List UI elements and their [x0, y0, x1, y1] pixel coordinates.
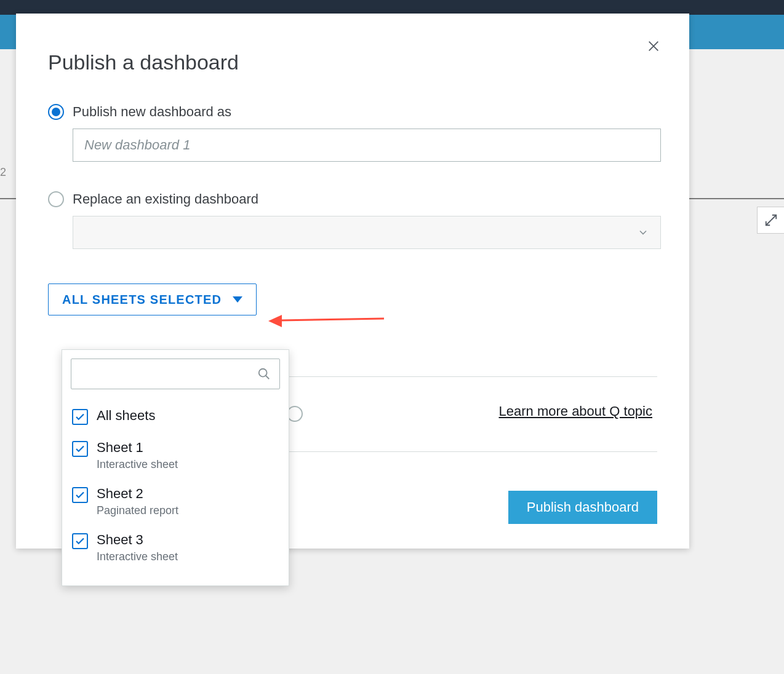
search-icon [257, 367, 271, 381]
radio-publish-new-label: Publish new dashboard as [73, 104, 231, 120]
app-topbar [0, 0, 784, 15]
sheets-dropdown-panel: All sheets Sheet 1 Interactive sheet She… [62, 349, 289, 586]
replace-block: Replace an existing dashboard [48, 191, 657, 249]
sheets-all-option[interactable]: All sheets [71, 400, 280, 432]
learn-more-q-topic-link[interactable]: Learn more about Q topic [499, 403, 652, 419]
checkbox-sheet-2[interactable] [72, 487, 88, 503]
modal-title: Publish a dashboard [48, 50, 657, 74]
sheets-selected-label: ALL SHEETS SELECTED [62, 293, 222, 307]
sheets-search-input[interactable] [71, 359, 280, 389]
sheet-name: Sheet 3 [97, 532, 178, 548]
checkbox-sheet-1[interactable] [72, 441, 88, 457]
publish-dashboard-button[interactable]: Publish dashboard [508, 491, 657, 524]
sheet-option[interactable]: Sheet 3 Interactive sheet [71, 525, 280, 571]
close-icon [647, 39, 660, 53]
expand-panel-button[interactable] [757, 207, 784, 234]
sheet-name: Sheet 1 [97, 440, 178, 456]
publish-dashboard-modal: Publish a dashboard Publish new dashboar… [16, 14, 689, 549]
close-button[interactable] [645, 38, 662, 55]
publish-new-block: Publish new dashboard as [48, 104, 657, 162]
sheets-selected-dropdown[interactable]: ALL SHEETS SELECTED [48, 283, 257, 315]
svg-point-0 [259, 369, 267, 377]
canvas-truncated-label: 2 [0, 166, 7, 179]
existing-dashboard-select[interactable] [73, 216, 661, 249]
sheet-subtitle: Paginated report [97, 504, 178, 517]
chevron-down-icon [637, 226, 649, 239]
sheet-subtitle: Interactive sheet [97, 458, 178, 471]
sheet-subtitle: Interactive sheet [97, 550, 178, 563]
sheet-option[interactable]: Sheet 2 Paginated report [71, 478, 280, 525]
sheets-all-label: All sheets [97, 408, 155, 424]
radio-replace-existing-label: Replace an existing dashboard [73, 191, 258, 207]
sheet-name: Sheet 2 [97, 486, 178, 502]
radio-replace-existing[interactable] [48, 191, 64, 207]
radio-publish-new[interactable] [48, 104, 64, 120]
checkbox-all-sheets[interactable] [72, 409, 88, 425]
sheet-option[interactable]: Sheet 1 Interactive sheet [71, 432, 280, 478]
new-dashboard-name-input[interactable] [73, 129, 661, 162]
expand-icon [764, 213, 778, 227]
checkbox-sheet-3[interactable] [72, 533, 88, 549]
caret-down-icon [233, 296, 242, 303]
